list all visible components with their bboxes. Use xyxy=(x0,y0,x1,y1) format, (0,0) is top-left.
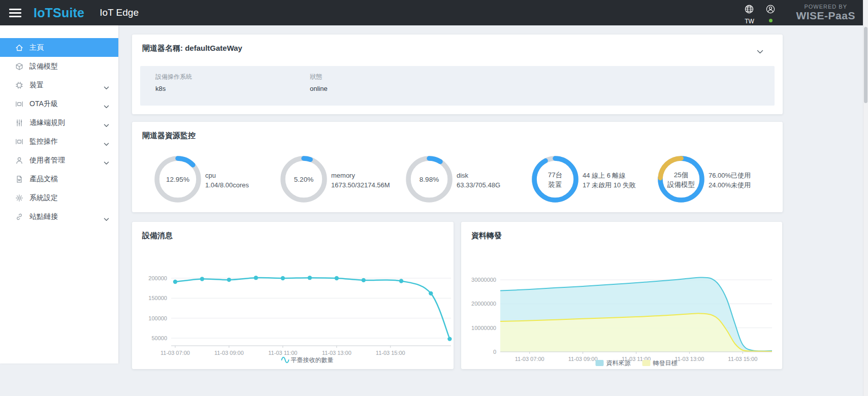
powered-by-line1: POWERED BY xyxy=(804,4,847,10)
gauge-center-text: 8.98% xyxy=(420,176,439,183)
online-status-dot xyxy=(769,19,773,22)
x-axis-tick-label: 11-03 13:00 xyxy=(674,356,704,362)
data-point xyxy=(399,279,403,283)
sidebar-item-6[interactable]: 使用者管理 xyxy=(0,151,118,170)
gauge-center-text: 設備模型 xyxy=(667,181,695,188)
sidebar-item-4[interactable]: 邊緣端規則 xyxy=(0,113,118,132)
gauge-info-0: cpu1.04/8.00cores xyxy=(205,171,249,190)
gauge-center-text: 5.20% xyxy=(294,176,313,183)
gauge-center-text: 25個 xyxy=(674,171,689,179)
y-axis-tick-label: 50000 xyxy=(151,335,167,341)
collapse-chevron-icon[interactable] xyxy=(757,47,763,56)
x-axis-tick-label: 11-03 11:00 xyxy=(268,350,297,356)
sidebar-item-label: OTA升級 xyxy=(29,100,58,109)
sliders-icon xyxy=(15,119,23,127)
chevron-down-icon xyxy=(104,83,109,91)
gauge-info-1: memory1673.50/32174.56M xyxy=(331,171,390,190)
gateway-field-0: 設備操作系統k8s xyxy=(155,73,192,92)
gauge-donut-4: 25個設備模型 xyxy=(656,154,706,205)
sidebar-item-5[interactable]: 監控操作 xyxy=(0,132,118,151)
data-point xyxy=(447,337,452,341)
link-icon xyxy=(15,213,23,221)
y-axis-tick-label: 30000000 xyxy=(471,277,496,283)
legend-item-0[interactable]: 資料來源 xyxy=(596,359,631,367)
gauge-donut-3: 77台裝置 xyxy=(530,154,581,205)
globe-icon xyxy=(744,4,754,16)
chevron-down-icon xyxy=(104,215,109,223)
panel-icon xyxy=(15,100,23,108)
x-axis-tick-label: 11-03 13:00 xyxy=(322,350,351,356)
gauge-center-text: 12.95% xyxy=(166,176,189,183)
data-point xyxy=(362,278,366,282)
sidebar-item-label: 系統設定 xyxy=(29,193,58,203)
sidebar-menu: 主頁設備模型裝置OTA升級邊緣端規則監控操作使用者管理產品文檔系統設定站點鏈接 xyxy=(0,25,118,226)
sidebar-item-label: 設備模型 xyxy=(29,62,58,71)
x-axis-tick-label: 11-03 15:00 xyxy=(376,350,405,356)
user-icon xyxy=(765,4,776,16)
gauge-info-4: 76.00%已使用24.00%未使用 xyxy=(709,171,751,190)
legend-label: 資料來源 xyxy=(606,359,631,367)
powered-by-logo: WISE-PaaS xyxy=(796,10,855,22)
legend-label: 平臺接收的數量 xyxy=(291,356,334,364)
sidebar-item-label: 使用者管理 xyxy=(29,156,65,165)
sidebar-item-8[interactable]: 系統設定 xyxy=(0,188,118,207)
sidebar-item-0[interactable]: 主頁 xyxy=(0,38,118,57)
sidebar-item-1[interactable]: 設備模型 xyxy=(0,57,118,76)
legend-swatch xyxy=(596,360,604,366)
x-axis-tick-label: 11-03 07:00 xyxy=(160,350,190,356)
chevron-down-icon xyxy=(104,121,109,129)
data-point xyxy=(308,276,312,280)
menu-toggle-icon[interactable] xyxy=(9,9,21,17)
sidebar-item-9[interactable]: 站點鏈接 xyxy=(0,207,118,226)
field-label: 設備操作系統 xyxy=(155,73,192,81)
data-point xyxy=(200,277,204,281)
gateway-field-1: 狀態online xyxy=(310,73,328,92)
top-navbar: IoTSuite IoT Edge TW POWERED BY WISE-Paa… xyxy=(0,0,863,25)
device-messages-card: 設備消息 5000010000015000020000011-03 07:001… xyxy=(132,222,454,369)
x-axis-tick-label: 11-03 09:00 xyxy=(214,350,244,356)
gateway-info-panel: 設備操作系統k8s狀態online xyxy=(140,66,775,106)
language-label: TW xyxy=(745,18,754,25)
sidebar-item-2[interactable]: 裝置 xyxy=(0,76,118,94)
legend-item[interactable]: 平臺接收的數量 xyxy=(282,356,334,364)
y-axis-tick-label: 0 xyxy=(493,349,496,355)
resource-card-title: 閘道器資源監控 xyxy=(142,131,196,141)
y-axis-tick-label: 10000000 xyxy=(471,325,496,331)
data-point xyxy=(335,276,339,280)
gauge-donut-1: 5.20% xyxy=(278,154,329,205)
x-axis-tick-label: 11-03 09:00 xyxy=(568,356,598,362)
page-scrollbar[interactable] xyxy=(863,0,868,396)
x-axis-tick-label: 11-03 15:00 xyxy=(728,356,757,362)
scrollbar-thumb[interactable] xyxy=(864,27,867,103)
user-icon xyxy=(15,156,23,164)
brand-logo: IoTSuite xyxy=(34,6,84,20)
legend-swatch xyxy=(642,360,651,366)
sidebar-item-label: 裝置 xyxy=(29,81,44,90)
panel-icon xyxy=(15,138,23,146)
y-axis-tick-label: 200000 xyxy=(148,275,167,281)
data-point xyxy=(173,280,177,284)
sidebar-item-7[interactable]: 產品文檔 xyxy=(0,170,118,188)
data-forwarding-card: 資料轉發 010000000200000003000000011-03 07:0… xyxy=(461,222,782,369)
legend-label: 轉發目標 xyxy=(653,359,678,367)
sidebar-item-label: 邊緣端規則 xyxy=(29,118,65,127)
device-messages-line-chart: 5000010000015000020000011-03 07:0011-03 … xyxy=(132,222,454,369)
device-messages-line xyxy=(175,278,449,339)
app-title: IoT Edge xyxy=(100,7,139,18)
user-menu[interactable] xyxy=(765,1,776,22)
y-axis-tick-label: 20000000 xyxy=(471,301,496,307)
sidebar-item-3[interactable]: OTA升級 xyxy=(0,94,118,113)
sidebar-item-label: 產品文檔 xyxy=(29,175,58,184)
legend-item-1[interactable]: 轉發目標 xyxy=(642,359,678,367)
chevron-down-icon xyxy=(104,158,109,167)
data-forwarding-area-chart: 010000000200000003000000011-03 07:0011-0… xyxy=(461,222,782,369)
y-axis-tick-label: 100000 xyxy=(148,315,167,321)
sidebar-item-label: 站點鏈接 xyxy=(29,212,58,221)
sidebar: 主頁設備模型裝置OTA升級邊緣端規則監控操作使用者管理產品文檔系統設定站點鏈接 xyxy=(0,25,118,364)
language-switcher[interactable]: TW xyxy=(744,1,754,25)
field-label: 狀態 xyxy=(310,73,328,81)
gauge-donut-2: 8.98% xyxy=(404,154,455,205)
doc-icon xyxy=(15,175,23,183)
field-value: online xyxy=(310,85,328,92)
main-content: 閘道器名稱: defaultGateWay 設備操作系統k8s狀態online … xyxy=(118,25,863,396)
